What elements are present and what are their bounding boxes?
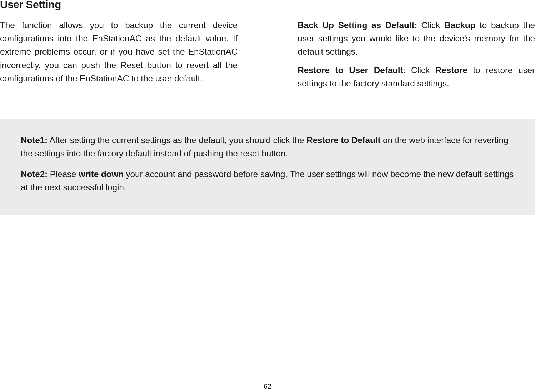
backup-bold-action: Backup: [444, 20, 475, 30]
left-column-paragraph: The function allows you to backup the cu…: [0, 19, 238, 90]
page-number: 62: [264, 382, 271, 391]
two-column-layout: The function allows you to backup the cu…: [0, 19, 535, 90]
backup-mid: Click: [417, 20, 444, 30]
note1-bold: Restore to Default: [306, 135, 380, 145]
document-page: User Setting The function allows you to …: [0, 0, 535, 391]
section-title: User Setting: [0, 0, 535, 11]
backup-paragraph: Back Up Setting as Default: Click Backup…: [298, 19, 535, 59]
right-column: Back Up Setting as Default: Click Backup…: [298, 19, 535, 90]
restore-bold-lead: Restore to User Default: [298, 65, 403, 75]
backup-bold-lead: Back Up Setting as Default:: [298, 20, 417, 30]
restore-mid: : Click: [403, 65, 435, 75]
note2-paragraph: Note2: Please write down your account an…: [21, 167, 514, 194]
note2-label: Note2:: [21, 169, 48, 179]
restore-paragraph: Restore to User Default: Click Restore t…: [298, 64, 535, 90]
restore-bold-action: Restore: [435, 65, 468, 75]
notes-box: Note1: After setting the current setting…: [0, 119, 535, 215]
note1-pre: After setting the current settings as th…: [48, 135, 306, 145]
note1-label: Note1:: [21, 135, 48, 145]
note1-paragraph: Note1: After setting the current setting…: [21, 134, 514, 160]
note2-pre: Please: [48, 169, 79, 179]
note2-bold: write down: [79, 169, 124, 179]
